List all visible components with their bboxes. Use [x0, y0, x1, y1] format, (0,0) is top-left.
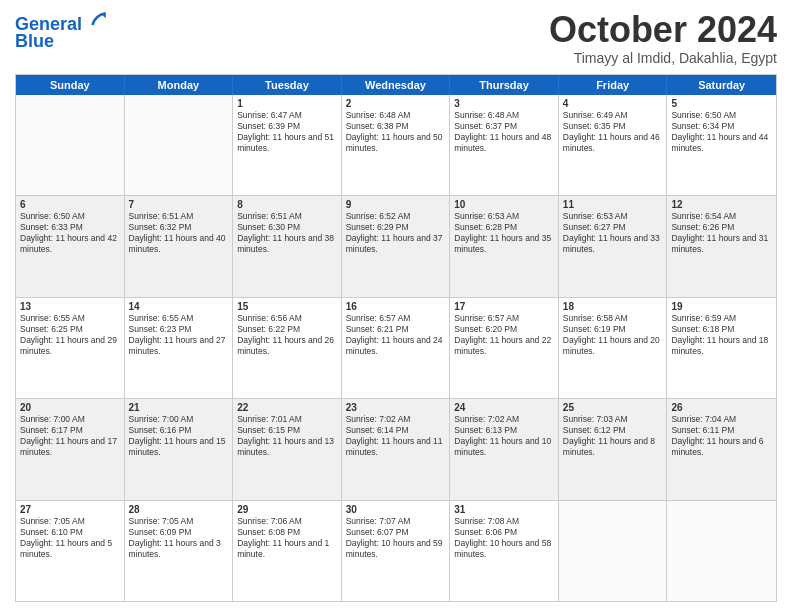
- day-number: 10: [454, 199, 554, 210]
- day-number: 24: [454, 402, 554, 413]
- sunset-text: Sunset: 6:27 PM: [563, 222, 663, 233]
- daylight-text: Daylight: 11 hours and 17 minutes.: [20, 436, 120, 458]
- daylight-text: Daylight: 11 hours and 8 minutes.: [563, 436, 663, 458]
- sunset-text: Sunset: 6:35 PM: [563, 121, 663, 132]
- header: General Blue October 2024 Timayy al Imdi…: [15, 10, 777, 66]
- sunset-text: Sunset: 6:37 PM: [454, 121, 554, 132]
- sunset-text: Sunset: 6:38 PM: [346, 121, 446, 132]
- sunrise-text: Sunrise: 6:55 AM: [20, 313, 120, 324]
- sunset-text: Sunset: 6:07 PM: [346, 527, 446, 538]
- sunrise-text: Sunrise: 6:50 AM: [20, 211, 120, 222]
- sunset-text: Sunset: 6:11 PM: [671, 425, 772, 436]
- calendar-row-1: 1Sunrise: 6:47 AMSunset: 6:39 PMDaylight…: [16, 95, 776, 196]
- daylight-text: Daylight: 11 hours and 42 minutes.: [20, 233, 120, 255]
- daylight-text: Daylight: 11 hours and 5 minutes.: [20, 538, 120, 560]
- sunset-text: Sunset: 6:28 PM: [454, 222, 554, 233]
- sunrise-text: Sunrise: 7:08 AM: [454, 516, 554, 527]
- daylight-text: Daylight: 11 hours and 46 minutes.: [563, 132, 663, 154]
- weekday-header-tuesday: Tuesday: [233, 75, 342, 95]
- daylight-text: Daylight: 11 hours and 15 minutes.: [129, 436, 229, 458]
- sunset-text: Sunset: 6:30 PM: [237, 222, 337, 233]
- sunrise-text: Sunrise: 7:07 AM: [346, 516, 446, 527]
- day-number: 14: [129, 301, 229, 312]
- month-title: October 2024: [549, 10, 777, 50]
- sunrise-text: Sunrise: 6:58 AM: [563, 313, 663, 324]
- day-number: 12: [671, 199, 772, 210]
- sunrise-text: Sunrise: 6:47 AM: [237, 110, 337, 121]
- sunset-text: Sunset: 6:39 PM: [237, 121, 337, 132]
- daylight-text: Daylight: 11 hours and 35 minutes.: [454, 233, 554, 255]
- daylight-text: Daylight: 11 hours and 3 minutes.: [129, 538, 229, 560]
- daylight-text: Daylight: 11 hours and 31 minutes.: [671, 233, 772, 255]
- day-number: 25: [563, 402, 663, 413]
- weekday-header-thursday: Thursday: [450, 75, 559, 95]
- day-number: 7: [129, 199, 229, 210]
- daylight-text: Daylight: 11 hours and 18 minutes.: [671, 335, 772, 357]
- sunrise-text: Sunrise: 6:48 AM: [454, 110, 554, 121]
- daylight-text: Daylight: 11 hours and 33 minutes.: [563, 233, 663, 255]
- calendar-cell-31: 31Sunrise: 7:08 AMSunset: 6:06 PMDayligh…: [450, 501, 559, 601]
- calendar-cell-13: 13Sunrise: 6:55 AMSunset: 6:25 PMDayligh…: [16, 298, 125, 398]
- calendar-cell-20: 20Sunrise: 7:00 AMSunset: 6:17 PMDayligh…: [16, 399, 125, 499]
- day-number: 2: [346, 98, 446, 109]
- day-number: 5: [671, 98, 772, 109]
- sunset-text: Sunset: 6:06 PM: [454, 527, 554, 538]
- sunset-text: Sunset: 6:18 PM: [671, 324, 772, 335]
- calendar-cell-empty: [559, 501, 668, 601]
- sunrise-text: Sunrise: 7:00 AM: [129, 414, 229, 425]
- sunrise-text: Sunrise: 6:53 AM: [454, 211, 554, 222]
- daylight-text: Daylight: 11 hours and 40 minutes.: [129, 233, 229, 255]
- sunset-text: Sunset: 6:25 PM: [20, 324, 120, 335]
- daylight-text: Daylight: 10 hours and 59 minutes.: [346, 538, 446, 560]
- calendar-cell-12: 12Sunrise: 6:54 AMSunset: 6:26 PMDayligh…: [667, 196, 776, 296]
- daylight-text: Daylight: 11 hours and 26 minutes.: [237, 335, 337, 357]
- day-number: 22: [237, 402, 337, 413]
- day-number: 1: [237, 98, 337, 109]
- sunrise-text: Sunrise: 6:55 AM: [129, 313, 229, 324]
- weekday-header-friday: Friday: [559, 75, 668, 95]
- sunset-text: Sunset: 6:16 PM: [129, 425, 229, 436]
- daylight-text: Daylight: 11 hours and 13 minutes.: [237, 436, 337, 458]
- calendar-cell-14: 14Sunrise: 6:55 AMSunset: 6:23 PMDayligh…: [125, 298, 234, 398]
- sunrise-text: Sunrise: 6:54 AM: [671, 211, 772, 222]
- calendar-cell-23: 23Sunrise: 7:02 AMSunset: 6:14 PMDayligh…: [342, 399, 451, 499]
- calendar-cell-15: 15Sunrise: 6:56 AMSunset: 6:22 PMDayligh…: [233, 298, 342, 398]
- sunset-text: Sunset: 6:22 PM: [237, 324, 337, 335]
- daylight-text: Daylight: 11 hours and 44 minutes.: [671, 132, 772, 154]
- daylight-text: Daylight: 11 hours and 10 minutes.: [454, 436, 554, 458]
- calendar-row-3: 13Sunrise: 6:55 AMSunset: 6:25 PMDayligh…: [16, 298, 776, 399]
- sunset-text: Sunset: 6:21 PM: [346, 324, 446, 335]
- day-number: 18: [563, 301, 663, 312]
- daylight-text: Daylight: 11 hours and 29 minutes.: [20, 335, 120, 357]
- sunset-text: Sunset: 6:15 PM: [237, 425, 337, 436]
- calendar-cell-2: 2Sunrise: 6:48 AMSunset: 6:38 PMDaylight…: [342, 95, 451, 195]
- sunrise-text: Sunrise: 6:51 AM: [129, 211, 229, 222]
- day-number: 15: [237, 301, 337, 312]
- daylight-text: Daylight: 11 hours and 27 minutes.: [129, 335, 229, 357]
- calendar-cell-19: 19Sunrise: 6:59 AMSunset: 6:18 PMDayligh…: [667, 298, 776, 398]
- sunrise-text: Sunrise: 6:51 AM: [237, 211, 337, 222]
- sunset-text: Sunset: 6:17 PM: [20, 425, 120, 436]
- day-number: 26: [671, 402, 772, 413]
- calendar-cell-30: 30Sunrise: 7:07 AMSunset: 6:07 PMDayligh…: [342, 501, 451, 601]
- sunrise-text: Sunrise: 6:48 AM: [346, 110, 446, 121]
- calendar-cell-7: 7Sunrise: 6:51 AMSunset: 6:32 PMDaylight…: [125, 196, 234, 296]
- daylight-text: Daylight: 11 hours and 37 minutes.: [346, 233, 446, 255]
- logo-icon: [89, 10, 109, 30]
- sunrise-text: Sunrise: 7:05 AM: [129, 516, 229, 527]
- day-number: 31: [454, 504, 554, 515]
- sunrise-text: Sunrise: 7:05 AM: [20, 516, 120, 527]
- sunrise-text: Sunrise: 7:00 AM: [20, 414, 120, 425]
- weekday-header-sunday: Sunday: [16, 75, 125, 95]
- calendar-cell-29: 29Sunrise: 7:06 AMSunset: 6:08 PMDayligh…: [233, 501, 342, 601]
- sunset-text: Sunset: 6:09 PM: [129, 527, 229, 538]
- sunset-text: Sunset: 6:33 PM: [20, 222, 120, 233]
- day-number: 21: [129, 402, 229, 413]
- calendar-cell-24: 24Sunrise: 7:02 AMSunset: 6:13 PMDayligh…: [450, 399, 559, 499]
- calendar-header: SundayMondayTuesdayWednesdayThursdayFrid…: [16, 75, 776, 95]
- daylight-text: Daylight: 11 hours and 1 minute.: [237, 538, 337, 560]
- sunset-text: Sunset: 6:19 PM: [563, 324, 663, 335]
- sunrise-text: Sunrise: 6:56 AM: [237, 313, 337, 324]
- calendar-cell-28: 28Sunrise: 7:05 AMSunset: 6:09 PMDayligh…: [125, 501, 234, 601]
- logo: General Blue: [15, 10, 109, 52]
